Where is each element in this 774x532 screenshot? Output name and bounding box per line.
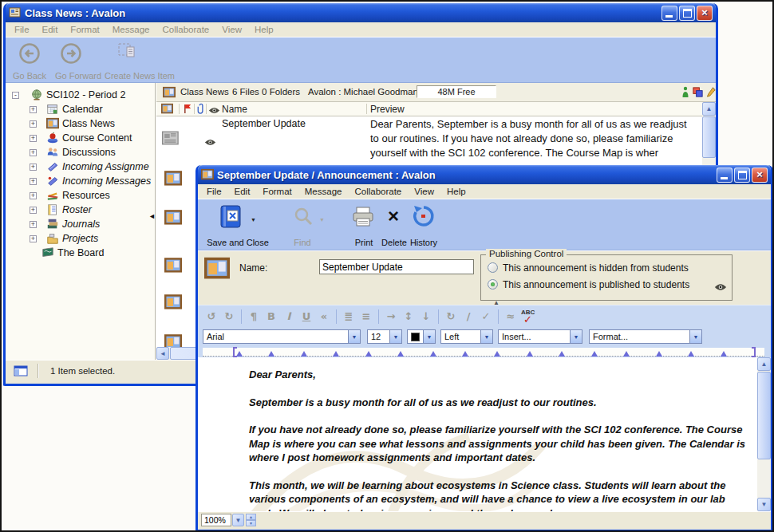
announcement-item-icon[interactable] [164, 209, 182, 230]
menu-edit[interactable]: Edit [36, 23, 65, 36]
minimize-button[interactable] [717, 167, 733, 183]
spin-up-icon[interactable]: ▲ [246, 514, 256, 520]
ruler-tab-marker[interactable] [301, 351, 307, 357]
tree-item-calendar[interactable]: + Calendar [6, 102, 155, 116]
hidden-option-label[interactable]: This announcement is hidden from student… [503, 262, 689, 274]
squiggle-icon[interactable]: ≈ [502, 308, 519, 325]
maximize-button[interactable] [679, 6, 695, 21]
expand-box-icon[interactable]: + [30, 120, 37, 128]
indent-icon[interactable]: → [382, 308, 400, 325]
published-option-label[interactable]: This announcement is published to studen… [503, 279, 689, 290]
line-spacing-icon[interactable]: ↕ [400, 308, 417, 325]
tree-item-the-board[interactable]: The Board [6, 246, 155, 260]
expand-box-icon[interactable]: + [30, 149, 37, 156]
ruler[interactable] [198, 347, 771, 357]
dialog-titlebar[interactable]: September Update / Announcement : Avalon… [198, 165, 771, 184]
menu-format[interactable]: Format [256, 185, 298, 198]
ruler-tab-marker[interactable] [462, 351, 468, 357]
minimize-button[interactable] [661, 6, 677, 21]
published-column-eye-icon[interactable] [208, 105, 220, 116]
numbered-list-icon[interactable]: ≣ [340, 308, 357, 325]
item-type-column-icon[interactable] [161, 103, 173, 117]
zoom-stepper[interactable]: ▲ ▼ [246, 514, 256, 526]
show-paragraph-icon[interactable]: ¶ [245, 308, 263, 325]
menu-file[interactable]: File [8, 23, 36, 36]
menu-message[interactable]: Message [298, 185, 349, 198]
zoom-dropdown-button[interactable]: ▼ [232, 514, 244, 526]
expand-box-icon[interactable]: + [30, 178, 37, 185]
scroll-left-button[interactable]: ◄ [156, 347, 169, 360]
message-body[interactable]: Dear Parents, September is a busy month … [198, 357, 771, 511]
menu-collaborate[interactable]: Collaborate [348, 185, 408, 198]
ruler-tab-marker[interactable] [430, 351, 436, 357]
collapse-box-icon[interactable]: - [12, 92, 19, 99]
scroll-up-button[interactable]: ▲ [702, 102, 716, 116]
menu-help[interactable]: Help [248, 23, 280, 36]
list-row-september-update[interactable]: September Update Dear Parents, September… [156, 116, 702, 169]
tree-item-discussions[interactable]: + Discussions [6, 145, 155, 160]
tree-item-journals[interactable]: + Journals [6, 217, 155, 231]
name-input[interactable] [319, 259, 474, 274]
alignment-select[interactable]: Left ▼ [440, 329, 493, 344]
window-panes-icon[interactable] [14, 365, 28, 380]
flag-column-icon[interactable] [184, 104, 192, 116]
edit-pencil-icon[interactable] [706, 86, 717, 100]
menu-message[interactable]: Message [106, 23, 156, 36]
save-options-caret-icon[interactable]: ▼ [251, 217, 256, 223]
scroll-thumb[interactable] [702, 116, 716, 158]
view-mode-icon[interactable] [692, 86, 704, 100]
hidden-radio[interactable] [488, 262, 498, 273]
quotation-icon[interactable]: « [315, 308, 333, 325]
scroll-thumb[interactable] [757, 372, 771, 459]
body-vertical-scrollbar[interactable]: ▲ ▼ [757, 357, 771, 511]
announcement-item-icon[interactable] [164, 294, 182, 314]
font-select[interactable]: Arial ▼ [203, 329, 361, 344]
spin-down-icon[interactable]: ▼ [246, 520, 256, 526]
published-radio[interactable] [488, 279, 498, 290]
ruler-tab-marker[interactable] [559, 351, 565, 357]
font-size-select[interactable]: 12 ▼ [367, 329, 402, 344]
pane-collapse-icon[interactable]: ◄ [148, 213, 156, 220]
tree-item-incoming-messages[interactable]: + Incoming Messages [6, 174, 155, 188]
delete-button[interactable]: × [383, 204, 404, 228]
tree-root-sci102[interactable]: - SCI102 - Period 2 [6, 88, 155, 102]
insert-select[interactable]: Insert... ▼ [498, 329, 582, 344]
spell-check-icon[interactable]: ABC ✓ [519, 308, 539, 325]
ruler-tab-marker[interactable] [333, 351, 339, 357]
menu-edit[interactable]: Edit [228, 185, 257, 198]
expand-box-icon[interactable]: + [30, 164, 37, 171]
bold-icon[interactable]: B [263, 308, 280, 325]
draw-icon[interactable]: / [460, 308, 477, 325]
ruler-tab-marker[interactable] [397, 351, 404, 357]
undo-icon[interactable]: ↺ [203, 308, 220, 325]
close-button[interactable]: × [752, 167, 768, 183]
attachment-column-icon[interactable] [197, 103, 205, 117]
accept-edit-icon[interactable]: ✓ [477, 308, 495, 325]
name-column-header[interactable]: Name [222, 104, 247, 115]
redo-icon[interactable]: ↻ [220, 308, 238, 325]
go-forward-button[interactable] [60, 42, 82, 65]
ruler-tab-marker[interactable] [656, 351, 662, 357]
rotate-icon[interactable]: ↻ [442, 308, 460, 325]
go-back-button[interactable] [18, 42, 41, 65]
menu-view[interactable]: View [215, 23, 248, 36]
expand-box-icon[interactable]: + [30, 235, 37, 242]
history-button[interactable] [412, 204, 436, 228]
tree-item-class-news[interactable]: + Class News [6, 116, 155, 131]
tree-item-projects[interactable]: + Projects [6, 231, 155, 246]
menu-collaborate[interactable]: Collaborate [156, 23, 215, 36]
menu-view[interactable]: View [408, 185, 440, 198]
right-margin-marker[interactable] [752, 347, 756, 357]
scroll-down-button[interactable]: ▼ [757, 498, 771, 511]
format-select[interactable]: Format... ▼ [589, 329, 702, 344]
save-and-close-button[interactable] [219, 204, 246, 230]
message-text[interactable]: Dear Parents, September is a busy month … [249, 368, 752, 511]
ruler-tab-marker[interactable] [721, 351, 727, 357]
ruler-tab-marker[interactable] [365, 351, 372, 357]
announcement-item-icon[interactable] [164, 257, 182, 278]
expand-box-icon[interactable]: + [30, 106, 37, 113]
ruler-tab-marker[interactable] [591, 351, 598, 357]
print-button[interactable] [351, 206, 375, 228]
tree-item-incoming-assignments[interactable]: + Incoming Assignme [6, 160, 155, 174]
bullet-list-icon[interactable]: ≡ [357, 308, 375, 325]
